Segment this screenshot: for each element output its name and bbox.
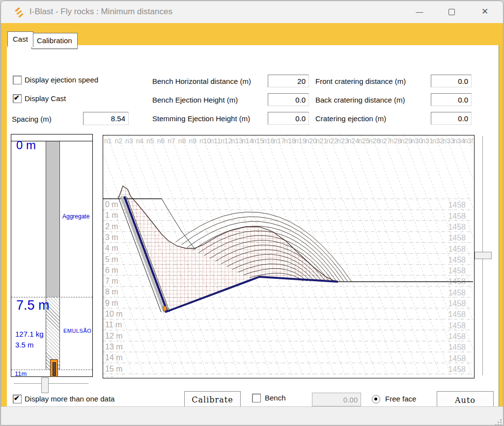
tab-calibration[interactable]: Calibration <box>31 33 78 49</box>
distance-value-label: 1458 <box>448 223 466 231</box>
stemming-column <box>46 141 60 297</box>
display-more-label: Display more than one data <box>25 395 114 403</box>
cratering-ejection-label: Cratering ejection (m) <box>315 114 386 123</box>
maximize-icon <box>448 9 455 15</box>
tab-cast[interactable]: Cast <box>7 31 33 47</box>
depth-label: 10 m <box>105 310 123 318</box>
charge-top-line <box>11 297 92 297</box>
hole-number-label: n19 <box>295 137 307 145</box>
distance-value-label: 1458 <box>448 343 466 351</box>
spacing-label: Spacing (m) <box>12 115 52 123</box>
charge-mass-label: 127.1 kg <box>15 330 44 338</box>
stemming-ejection-height-label: Stemming Ejection Height (m) <box>152 114 250 123</box>
hole-number-label: n1 <box>104 137 112 145</box>
muckpile-fill <box>119 186 338 312</box>
distance-value-label: 1458 <box>448 332 466 341</box>
distance-value-label: 1458 <box>448 310 466 319</box>
distance-value-label: 1458 <box>448 354 466 363</box>
front-cratering-distance-input[interactable] <box>431 75 472 87</box>
hole-number-label: n9 <box>189 137 196 145</box>
hole-number-label: n18 <box>284 137 296 145</box>
close-button[interactable]: ✕ <box>476 5 493 19</box>
hole-number-label: n16 <box>263 137 275 145</box>
hole-number-label: n5 <box>146 137 154 145</box>
spacing-input[interactable] <box>83 112 129 125</box>
explosive-label: EMULSÃO <box>63 328 91 334</box>
hole-number-label: n3 <box>125 137 133 145</box>
hole-number-label: n33 <box>443 137 455 145</box>
hole-number-label: n31 <box>422 137 434 145</box>
hole-number-label: n17 <box>274 137 285 145</box>
hole-number-label: n20 <box>305 137 317 145</box>
bench-horizontal-distance-input[interactable] <box>268 75 309 87</box>
hole-number-label: n10 <box>199 137 211 145</box>
distance-value-label: 1458 <box>448 234 466 242</box>
bench-checkbox[interactable] <box>252 394 261 402</box>
minimize-button[interactable]: — <box>411 5 428 19</box>
hole-number-label: n28 <box>390 137 402 145</box>
top-depth-label: 0 m <box>16 138 36 152</box>
calibrate-button[interactable]: Calibrate <box>184 391 241 408</box>
depth-label: 4 m <box>105 244 118 252</box>
distance-value-label: 1458 <box>448 299 466 308</box>
primer-icon <box>50 359 58 377</box>
depth-label: 12 m <box>105 332 123 340</box>
hole-depth-label: 11m <box>15 370 27 377</box>
stemming-ejection-height-input[interactable] <box>268 112 309 125</box>
free-face-radio[interactable] <box>372 395 380 403</box>
hole-number-label: n21 <box>316 137 328 145</box>
depth-label: 3 m <box>105 233 118 241</box>
hole-number-label: n4 <box>136 137 144 145</box>
chart-vertical-slider-thumb[interactable] <box>475 252 492 259</box>
hole-number-label: n8 <box>178 137 186 145</box>
display-cast-checkbox[interactable] <box>13 94 22 103</box>
app-window: I-Blast - Fly rocks : Minimum distances … <box>0 0 504 426</box>
hole-number-label: n26 <box>369 137 381 145</box>
depth-label: 1 m <box>105 211 118 219</box>
bench-value-input[interactable] <box>312 393 361 406</box>
hole-number-label: n34 <box>453 137 465 145</box>
back-cratering-distance-label: Back cratering distance (m) <box>315 96 405 104</box>
depth-label: 5 m <box>105 255 118 264</box>
distance-value-label: 1458 <box>448 321 466 330</box>
hole-number-label: n6 <box>157 137 165 145</box>
depth-label: 0 m <box>105 200 118 209</box>
hole-number-label: n30 <box>411 137 423 145</box>
charge-length-label: 3.5 m <box>15 341 34 349</box>
depth-label: 7 m <box>105 277 118 285</box>
title-bar[interactable]: I-Blast - Fly rocks : Minimum distances … <box>1 1 503 23</box>
depth-label: 2 m <box>105 222 118 231</box>
distance-value-label: 1458 <box>448 365 466 373</box>
hole-number-label: n14 <box>242 137 253 145</box>
hole-number-label: n29 <box>400 137 412 145</box>
hole-number-label: n2 <box>115 137 123 145</box>
hole-number-label: n35 <box>464 137 473 145</box>
cratering-ejection-input[interactable] <box>431 112 472 125</box>
depth-label: 13 m <box>105 343 123 351</box>
hole-number-label: n15 <box>252 137 264 145</box>
bench-ejection-height-input[interactable] <box>268 93 309 106</box>
distance-value-label: 1458 <box>448 245 466 253</box>
resize-grip-icon[interactable] <box>495 419 502 426</box>
depth-slider-track[interactable] <box>14 383 88 384</box>
hole-number-label: n13 <box>231 137 243 145</box>
hole-number-label: n25 <box>358 137 370 145</box>
hole-number-label: n11 <box>210 137 222 145</box>
dialog-client-area: Cast Calibration Display ejection speed … <box>1 23 503 406</box>
depth-slider-thumb[interactable] <box>41 377 49 393</box>
iblast-logo-icon <box>13 6 25 18</box>
maximize-button[interactable] <box>443 5 460 19</box>
display-more-checkbox[interactable] <box>13 395 22 403</box>
display-ejection-speed-checkbox[interactable] <box>13 76 22 84</box>
distance-value-label: 1458 <box>448 266 466 275</box>
window-title: I-Blast - Fly rocks : Minimum distances <box>29 7 172 17</box>
hole-number-label: n24 <box>348 137 360 145</box>
hole-number-label: n23 <box>337 137 349 145</box>
depth-label: 11 m <box>105 320 122 329</box>
depth-label: 6 m <box>105 266 118 274</box>
back-cratering-distance-input[interactable] <box>431 93 472 106</box>
section-chart[interactable]: 0 m1 m2 m3 m4 m5 m6 m7 m8 m9 m10 m11 m12… <box>103 135 475 378</box>
depth-label: 14 m <box>105 353 123 362</box>
free-face-label: Free face <box>385 395 416 403</box>
distance-value-label: 1458 <box>448 256 466 264</box>
